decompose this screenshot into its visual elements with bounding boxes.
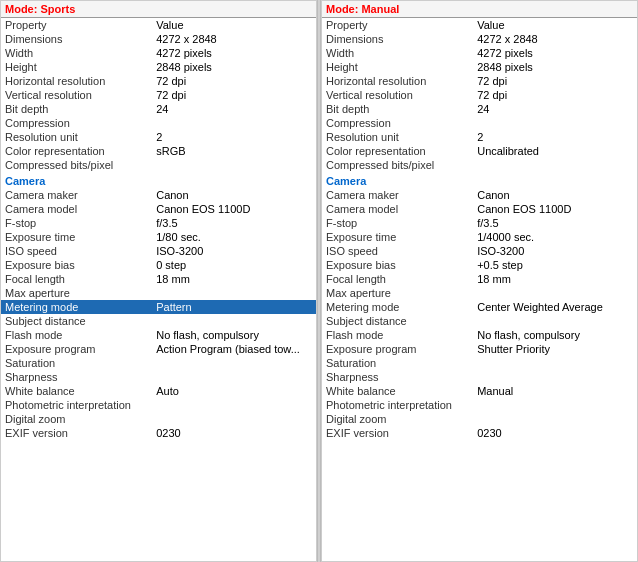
left-panel[interactable]: Mode: Sports Property Value Dimensions42…: [0, 0, 317, 562]
table-row: Camera makerCanon: [1, 188, 316, 202]
value-cell: f/3.5: [152, 216, 316, 230]
value-cell: 2848 pixels: [152, 60, 316, 74]
table-row: Flash modeNo flash, compulsory: [1, 328, 316, 342]
property-cell: Vertical resolution: [322, 88, 473, 102]
property-cell: Resolution unit: [322, 130, 473, 144]
table-row: Subject distance: [322, 314, 637, 328]
table-row: Metering modeCenter Weighted Average: [322, 300, 637, 314]
property-cell: Dimensions: [1, 32, 152, 46]
property-cell: Saturation: [322, 356, 473, 370]
property-cell: ISO speed: [1, 244, 152, 258]
property-cell: Compression: [1, 116, 152, 130]
value-cell: 2: [473, 130, 637, 144]
value-cell: No flash, compulsory: [473, 328, 637, 342]
property-cell: Exposure program: [1, 342, 152, 356]
left-property-header: Property: [1, 18, 152, 33]
property-cell: Exposure time: [322, 230, 473, 244]
table-row: Focal length18 mm: [1, 272, 316, 286]
table-row: Sharpness: [322, 370, 637, 384]
value-cell: [152, 286, 316, 300]
value-cell: [152, 158, 316, 172]
left-col-header: Mode: Sports: [1, 1, 316, 18]
property-cell: Flash mode: [322, 328, 473, 342]
value-cell: 18 mm: [473, 272, 637, 286]
left-value-header: Value: [152, 18, 316, 33]
property-cell: Exposure time: [1, 230, 152, 244]
value-cell: Canon: [473, 188, 637, 202]
table-row: Vertical resolution72 dpi: [322, 88, 637, 102]
table-row: Camera modelCanon EOS 1100D: [322, 202, 637, 216]
table-row: Width4272 pixels: [1, 46, 316, 60]
property-cell: Camera model: [1, 202, 152, 216]
right-table-header: Property Value: [322, 18, 637, 33]
property-cell: Sharpness: [1, 370, 152, 384]
table-row: Exposure time1/80 sec.: [1, 230, 316, 244]
value-cell: No flash, compulsory: [152, 328, 316, 342]
table-row: Resolution unit2: [1, 130, 316, 144]
value-cell: 72 dpi: [152, 88, 316, 102]
table-row: Max aperture: [322, 286, 637, 300]
table-row: Vertical resolution72 dpi: [1, 88, 316, 102]
value-cell: [152, 116, 316, 130]
table-row: F-stopf/3.5: [322, 216, 637, 230]
value-cell: Auto: [152, 384, 316, 398]
value-cell: [473, 286, 637, 300]
value-cell: Shutter Priority: [473, 342, 637, 356]
value-cell: [152, 398, 316, 412]
property-cell: F-stop: [322, 216, 473, 230]
table-row: Digital zoom: [1, 412, 316, 426]
left-table-header: Property Value: [1, 18, 316, 33]
table-row: Photometric interpretation: [1, 398, 316, 412]
value-cell: Canon EOS 1100D: [152, 202, 316, 216]
property-cell: Horizontal resolution: [322, 74, 473, 88]
right-panel[interactable]: Mode: Manual Property Value Dimensions42…: [321, 0, 638, 562]
value-cell: 1/80 sec.: [152, 230, 316, 244]
value-cell: 4272 x 2848: [473, 32, 637, 46]
property-cell: Exposure program: [322, 342, 473, 356]
property-cell: Bit depth: [322, 102, 473, 116]
table-row: Compressed bits/pixel: [322, 158, 637, 172]
table-row: ISO speedISO-3200: [322, 244, 637, 258]
table-row: Exposure programAction Program (biased t…: [1, 342, 316, 356]
property-cell: Height: [322, 60, 473, 74]
value-cell: 1/4000 sec.: [473, 230, 637, 244]
value-cell: ISO-3200: [473, 244, 637, 258]
value-cell: Center Weighted Average: [473, 300, 637, 314]
property-cell: Photometric interpretation: [1, 398, 152, 412]
value-cell: 0230: [152, 426, 316, 440]
value-cell: 72 dpi: [473, 88, 637, 102]
value-cell: [152, 412, 316, 426]
table-row: Compressed bits/pixel: [1, 158, 316, 172]
table-row: White balanceManual: [322, 384, 637, 398]
table-row: Dimensions4272 x 2848: [1, 32, 316, 46]
value-cell: 4272 x 2848: [152, 32, 316, 46]
property-cell: Subject distance: [322, 314, 473, 328]
table-row: Compression: [1, 116, 316, 130]
value-cell: [473, 158, 637, 172]
table-row: Digital zoom: [322, 412, 637, 426]
value-cell: Uncalibrated: [473, 144, 637, 158]
right-mode-label: Mode: Manual: [326, 3, 399, 15]
table-row: Horizontal resolution72 dpi: [1, 74, 316, 88]
table-row: Metering modePattern: [1, 300, 316, 314]
table-row: Bit depth24: [322, 102, 637, 116]
property-cell: Sharpness: [322, 370, 473, 384]
value-cell: Canon EOS 1100D: [473, 202, 637, 216]
table-row: Camera makerCanon: [322, 188, 637, 202]
table-row: Max aperture: [1, 286, 316, 300]
property-cell: F-stop: [1, 216, 152, 230]
property-cell: Width: [1, 46, 152, 60]
property-cell: Resolution unit: [1, 130, 152, 144]
right-col-header: Mode: Manual: [322, 1, 637, 18]
value-cell: 24: [473, 102, 637, 116]
property-cell: Photometric interpretation: [322, 398, 473, 412]
table-row: Compression: [322, 116, 637, 130]
table-row: Camera modelCanon EOS 1100D: [1, 202, 316, 216]
value-cell: 2848 pixels: [473, 60, 637, 74]
property-cell: Compressed bits/pixel: [322, 158, 473, 172]
table-row: Dimensions4272 x 2848: [322, 32, 637, 46]
value-cell: [473, 314, 637, 328]
value-cell: 24: [152, 102, 316, 116]
property-cell: Width: [322, 46, 473, 60]
value-cell: [152, 314, 316, 328]
